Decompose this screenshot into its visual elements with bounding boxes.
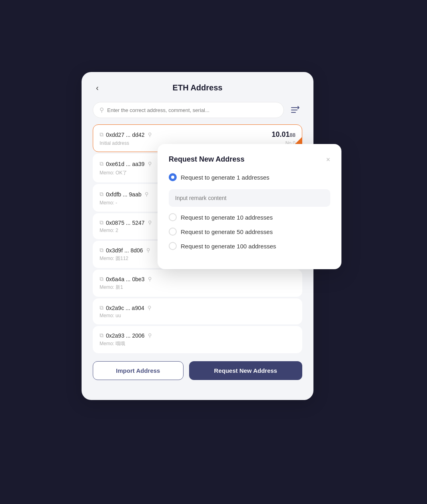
address-memo-0: Initial address — [100, 140, 129, 146]
search-addr-icon-4[interactable]: ⚲ — [146, 247, 150, 253]
copy-icon-4[interactable]: ⧉ — [100, 247, 104, 254]
search-addr-icon-1[interactable]: ⚲ — [148, 161, 152, 167]
bottom-buttons: Import Address Request New Address — [93, 361, 302, 380]
address-memo-1: Memo: OK了 — [100, 170, 127, 176]
address-card-6[interactable]: ⧉ 0x2a9c ... a904 ⚲ Memo: uu — [93, 298, 302, 324]
address-card-7[interactable]: ⧉ 0x2a93 ... 2006 ⚲ Memo: 哦哦 — [93, 326, 302, 353]
address-card-5[interactable]: ⧉ 0x6a4a ... 0be3 ⚲ Memo: 新1 — [93, 270, 302, 297]
copy-icon-3[interactable]: ⧉ — [100, 219, 104, 226]
search-input[interactable] — [107, 107, 277, 113]
address-hash-5: 0x6a4a ... 0be3 — [106, 276, 145, 282]
page-title: ETH Address — [173, 83, 223, 92]
radio-option-3[interactable]: Request to generate 50 addresses — [169, 228, 330, 236]
address-memo-2: Memo: - — [100, 200, 117, 206]
radio-label-4: Request to generate 100 addresses — [181, 243, 276, 250]
search-icon: ⚲ — [100, 106, 104, 114]
radio-label-2: Request to generate 10 addresses — [181, 214, 273, 221]
address-hash-0: 0xdd27 ... dd42 — [106, 132, 145, 138]
search-addr-icon-3[interactable]: ⚲ — [148, 220, 152, 226]
back-button[interactable]: ‹ — [93, 82, 102, 94]
address-hash-6: 0x2a9c ... a904 — [106, 305, 144, 311]
modal-header: Request New Address × — [169, 155, 330, 164]
address-memo-5: Memo: 新1 — [100, 284, 123, 291]
address-hash-7: 0x2a93 ... 2006 — [106, 332, 145, 339]
copy-icon-6[interactable]: ⧉ — [100, 304, 104, 311]
request-new-address-button[interactable]: Request New Address — [189, 361, 302, 380]
copy-icon-0[interactable]: ⧉ — [100, 131, 104, 138]
address-hash-4: 0x3d9f ... 8d06 — [106, 247, 143, 254]
radio-label-3: Request to generate 50 addresses — [181, 228, 273, 235]
search-addr-icon-6[interactable]: ⚲ — [148, 305, 152, 311]
modal-title: Request New Address — [169, 155, 244, 164]
header: ‹ ETH Address — [93, 83, 302, 92]
sort-filter-icon[interactable] — [288, 103, 302, 117]
import-address-button[interactable]: Import Address — [93, 361, 184, 380]
search-addr-icon-5[interactable]: ⚲ — [148, 276, 152, 282]
search-bar: ⚲ — [93, 102, 284, 118]
radio-circle-3 — [169, 228, 177, 236]
search-addr-icon-0[interactable]: ⚲ — [148, 132, 152, 138]
search-addr-icon-7[interactable]: ⚲ — [148, 332, 152, 338]
modal-close-button[interactable]: × — [326, 156, 330, 163]
copy-icon-2[interactable]: ⧉ — [100, 191, 104, 198]
copy-icon-5[interactable]: ⧉ — [100, 276, 104, 282]
address-memo-7: Memo: 哦哦 — [100, 340, 125, 347]
address-hash-2: 0xfdfb ... 9aab — [106, 191, 142, 198]
radio-label-1: Request to generate 1 addresses — [181, 174, 269, 181]
address-memo-4: Memo: 圆112 — [100, 255, 128, 262]
request-new-address-modal: Request New Address × Request to generat… — [158, 144, 341, 269]
address-memo-3: Memo: 2 — [100, 228, 118, 233]
copy-icon-7[interactable]: ⧉ — [100, 332, 104, 339]
radio-circle-1 — [169, 173, 177, 181]
radio-option-4[interactable]: Request to generate 100 addresses — [169, 242, 330, 250]
radio-option-1[interactable]: Request to generate 1 addresses — [169, 173, 330, 181]
radio-option-2[interactable]: Request to generate 10 addresses — [169, 213, 330, 221]
address-hash-3: 0x0875 ... 5247 — [106, 220, 145, 226]
address-hash-1: 0xe61d ... aa39 — [106, 161, 145, 167]
copy-icon-1[interactable]: ⧉ — [100, 160, 104, 167]
radio-circle-4 — [169, 242, 177, 250]
radio-circle-2 — [169, 213, 177, 221]
address-memo-6: Memo: uu — [100, 313, 121, 318]
remark-input[interactable] — [169, 189, 330, 207]
search-addr-icon-2[interactable]: ⚲ — [145, 191, 149, 197]
search-row: ⚲ — [93, 102, 302, 118]
